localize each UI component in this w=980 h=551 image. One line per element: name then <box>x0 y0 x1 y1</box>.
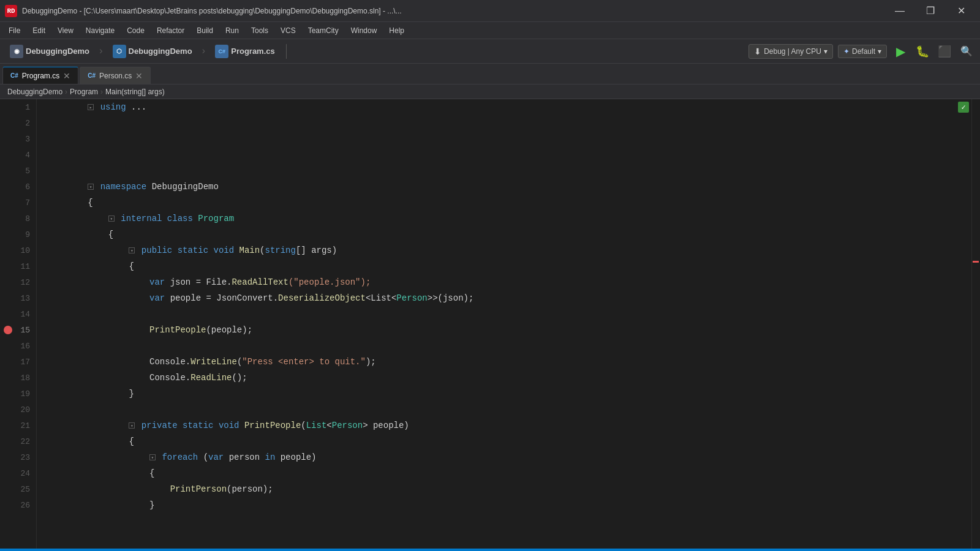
line-number-9[interactable]: 9 <box>0 227 36 242</box>
line-number-25[interactable]: 25 <box>0 481 36 497</box>
breadcrumb-item-2[interactable]: Main(string[] args) <box>105 88 165 96</box>
project-breadcrumb[interactable]: ⬡ DebuggingDemo <box>108 42 197 61</box>
fold-21[interactable]: ▾ <box>129 422 135 429</box>
menu-item-window[interactable]: Window <box>345 24 383 37</box>
indent-17 <box>47 357 149 367</box>
debug-config-dropdown[interactable]: ⬇ Debug | Any CPU ▾ <box>748 44 833 59</box>
file-breadcrumb[interactable]: C# Program.cs <box>210 42 280 61</box>
line-num-label-10: 10 <box>20 246 30 255</box>
line-number-16[interactable]: 16 <box>0 338 36 354</box>
menu-item-refactor[interactable]: Refactor <box>151 24 190 37</box>
line-number-23[interactable]: 23 <box>0 449 36 465</box>
token-21-3: static <box>183 421 213 430</box>
line-num-label-14: 14 <box>20 310 30 319</box>
line-number-14[interactable]: 14 <box>0 306 36 322</box>
code-content[interactable]: ▸ using ... ▾ namespace DebuggingDemo { … <box>37 99 971 513</box>
menu-item-build[interactable]: Build <box>190 24 219 37</box>
token-10-8: ( <box>260 246 265 255</box>
line-number-8[interactable]: 8 <box>0 211 36 227</box>
line-number-19[interactable]: 19 <box>0 386 36 402</box>
line-number-5[interactable]: 5 <box>0 163 36 179</box>
line-number-7[interactable]: 7 <box>0 195 36 211</box>
menu-item-help[interactable]: Help <box>383 24 410 37</box>
tab-icon-0: C# <box>10 72 18 79</box>
indent-13 <box>47 293 149 303</box>
tab-icon-1: C# <box>88 72 96 79</box>
line-number-3[interactable]: 3 <box>0 131 36 147</box>
token-21-1: private <box>141 421 178 430</box>
menu-item-file[interactable]: File <box>2 24 26 37</box>
line-number-11[interactable]: 11 <box>0 258 36 274</box>
maximize-button[interactable]: ❐ <box>916 2 944 20</box>
run-config-dropdown[interactable]: ✦ Default ▾ <box>838 45 887 58</box>
line-number-26[interactable]: 26 <box>0 497 36 513</box>
right-gutter <box>971 99 980 549</box>
menu-item-tools[interactable]: Tools <box>245 24 274 37</box>
menu-item-navigate[interactable]: Navigate <box>80 24 121 37</box>
code-line-1: ▸ using ... <box>37 99 971 115</box>
fold-23[interactable]: ▾ <box>149 454 156 460</box>
indent-6 <box>47 182 88 192</box>
tab-Program-cs[interactable]: C# Program.cs ✕ <box>2 67 78 84</box>
debug-button[interactable]: 🐛 <box>914 43 931 60</box>
line-num-label-5: 5 <box>25 167 30 176</box>
code-line-12: var json = File.ReadAllText("people.json… <box>37 274 971 290</box>
minimize-button[interactable]: — <box>886 2 914 20</box>
line-number-20[interactable]: 20 <box>0 402 36 418</box>
code-line-6: ▾ namespace DebuggingDemo <box>37 179 971 195</box>
line-number-6[interactable]: 6 <box>0 179 36 195</box>
indent-8 <box>47 214 108 223</box>
indent-11 <box>47 261 129 271</box>
fold-1[interactable]: ▸ <box>88 104 94 110</box>
tab-Person-cs[interactable]: C# Person.cs ✕ <box>80 67 151 84</box>
solution-breadcrumb[interactable]: ◉ DebuggingDemo <box>5 42 94 61</box>
line-num-label-8: 8 <box>25 214 30 223</box>
indent-18 <box>47 373 149 383</box>
code-line-16 <box>37 338 971 354</box>
code-line-7: { <box>37 195 971 211</box>
line-number-2[interactable]: 2 <box>0 115 36 131</box>
menu-item-view[interactable]: View <box>51 24 80 37</box>
line-number-15[interactable]: 15 <box>0 322 36 338</box>
token-9-0: { <box>108 230 113 239</box>
line-number-13[interactable]: 13 <box>0 290 36 306</box>
line-number-21[interactable]: 21 <box>0 418 36 433</box>
token-10-5: void <box>213 246 234 255</box>
code-line-17: Console.WriteLine("Press <enter> to quit… <box>37 354 971 370</box>
search-button[interactable]: 🔍 <box>958 43 975 60</box>
fold-10[interactable]: ▾ <box>129 247 135 253</box>
token-18-2: (); <box>232 373 247 383</box>
debug-config-label: Debug | Any CPU <box>764 47 821 56</box>
breadcrumb-item-0[interactable]: DebuggingDemo <box>7 88 62 96</box>
menu-item-run[interactable]: Run <box>219 24 245 37</box>
token-25-0: PrintPerson <box>170 484 227 494</box>
fold-6[interactable]: ▾ <box>88 184 94 190</box>
menu-item-vcs[interactable]: VCS <box>274 24 302 37</box>
line-number-12[interactable]: 12 <box>0 274 36 290</box>
line-number-18[interactable]: 18 <box>0 370 36 386</box>
menu-item-teamcity[interactable]: TeamCity <box>302 24 345 37</box>
debug-config-arrow: ▾ <box>824 47 827 56</box>
breadcrumb-item-1[interactable]: Program <box>70 88 98 96</box>
fold-8[interactable]: ▾ <box>108 216 115 222</box>
line-num-label-19: 19 <box>20 389 30 399</box>
line-number-17[interactable]: 17 <box>0 354 36 370</box>
tab-close-0[interactable]: ✕ <box>63 72 70 80</box>
tab-close-1[interactable]: ✕ <box>135 72 143 80</box>
close-button[interactable]: ✕ <box>947 2 975 20</box>
run-button[interactable]: ▶ <box>892 43 909 60</box>
menu-item-edit[interactable]: Edit <box>26 24 51 37</box>
line-number-10[interactable]: 10 <box>0 242 36 258</box>
breadcrumb-sep-2: › <box>100 88 103 96</box>
token-17-3: "Press <enter> to quit." <box>242 357 366 367</box>
line-num-label-13: 13 <box>20 294 30 303</box>
code-line-10: ▾ public static void Main(string[] args) <box>37 242 971 258</box>
stop-button[interactable]: ⬛ <box>936 43 953 60</box>
token-6-1: namespace <box>100 182 147 192</box>
title-bar: RD DebuggingDemo - [C:\Users\maart\Deskt… <box>0 0 980 22</box>
line-number-1[interactable]: 1 <box>0 99 36 115</box>
menu-item-code[interactable]: Code <box>121 24 151 37</box>
line-number-22[interactable]: 22 <box>0 433 36 449</box>
line-number-24[interactable]: 24 <box>0 465 36 481</box>
line-number-4[interactable]: 4 <box>0 147 36 163</box>
